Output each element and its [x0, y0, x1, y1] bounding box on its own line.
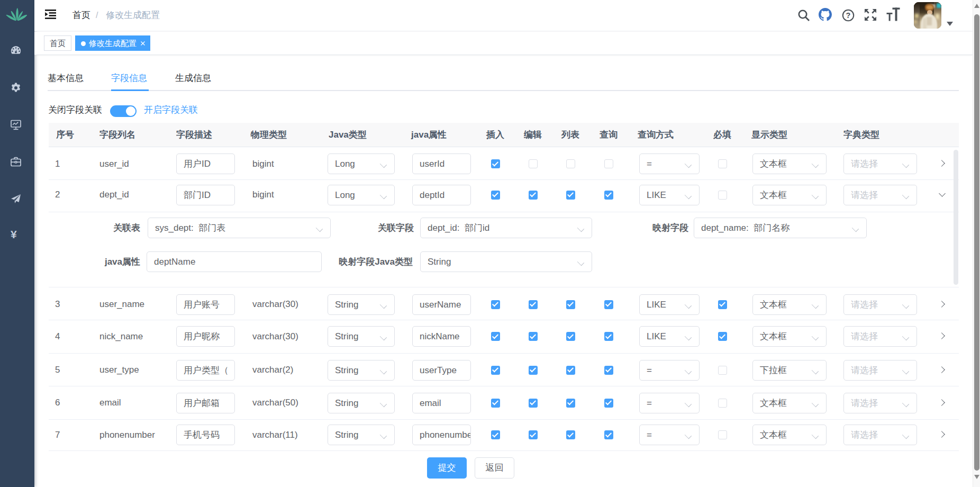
svg-text:?: ?: [846, 11, 851, 20]
